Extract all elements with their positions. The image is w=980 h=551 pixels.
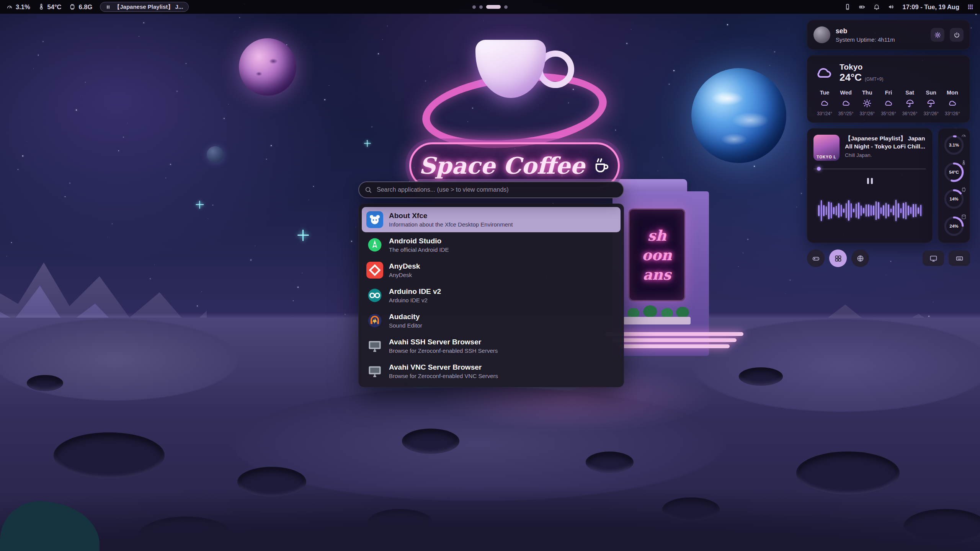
weather-timezone: (GMT+9) — [865, 77, 883, 82]
memory-indicator: 6.8G — [69, 3, 92, 11]
thermometer-icon — [38, 3, 45, 10]
monitor-icon — [366, 337, 383, 354]
launcher-item-android-studio[interactable]: Android StudioThe official Android IDE — [362, 232, 621, 258]
workspace-indicator[interactable] — [472, 0, 508, 14]
web-button[interactable] — [851, 249, 869, 267]
memory-value: 6.8G — [78, 3, 92, 11]
music-progress-slider[interactable] — [813, 167, 926, 171]
volume-icon[interactable] — [888, 3, 895, 10]
pause-icon — [106, 5, 111, 10]
controller-icon — [812, 254, 820, 262]
workspace-dot[interactable] — [479, 5, 483, 9]
cloud-icon — [884, 99, 893, 108]
phone-icon[interactable] — [844, 3, 851, 10]
coffee-cup-icon — [593, 157, 610, 174]
xfce-logo-icon — [366, 211, 383, 228]
neon-sign-text: Space Coffee — [419, 152, 585, 179]
weather-city: Tokyo — [840, 62, 883, 72]
arduino-icon — [366, 287, 383, 304]
apps-button[interactable] — [829, 249, 847, 267]
play-pause-button[interactable] — [863, 174, 876, 187]
shop-step — [612, 338, 737, 342]
shop-neon-window: sh oon ans — [629, 209, 685, 301]
launcher-item-subtitle: Arduino IDE v2 — [389, 297, 441, 303]
ram-chip-icon — [961, 187, 967, 192]
album-art: TOKYO L — [813, 135, 840, 161]
purple-planet — [239, 38, 296, 96]
progress-handle[interactable] — [817, 167, 821, 171]
launcher-item-title: Android Studio — [389, 237, 449, 245]
launcher-item-anydesk[interactable]: AnyDeskAnyDesk — [362, 258, 621, 283]
launcher-item-arduino[interactable]: Arduino IDE v2Arduino IDE v2 — [362, 283, 621, 308]
controller-button[interactable] — [807, 249, 825, 267]
cloud-icon — [820, 99, 829, 108]
weather-temperature: 24°C — [840, 72, 862, 83]
shop-step — [606, 332, 743, 336]
umbrella-icon — [905, 99, 915, 108]
app-launcher: About XfceInformation about the Xfce Des… — [358, 181, 624, 387]
launcher-item-avahi-vnc[interactable]: Avahi VNC Server BrowserBrowse for Zeroc… — [362, 359, 621, 384]
search-icon — [364, 186, 372, 194]
forecast-day: Tue 33°/24° — [815, 90, 834, 116]
neon-window-text: sh — [647, 227, 666, 244]
workspace-dot-active[interactable] — [486, 5, 501, 9]
workspace-dot[interactable] — [472, 5, 476, 9]
cpu-usage-value: 3.1% — [16, 3, 30, 11]
forecast-day: Wed 35°/25° — [836, 90, 856, 116]
neon-window-text: ans — [643, 266, 671, 283]
forecast-day: Fri 35°/26° — [879, 90, 898, 116]
screencast-button[interactable] — [923, 251, 944, 266]
top-panel: 3.1% 54°C 6.8G 【Japanese Playlist】 J... — [0, 0, 980, 14]
launcher-item-about-xfce[interactable]: About XfceInformation about the Xfce Des… — [362, 207, 621, 232]
weather-card: Tokyo 24°C (GMT+9) Tue 33°/24° Wed 35°/2… — [807, 55, 970, 123]
launcher-item-subtitle: Browse for Zeroconf-enabled SSH Servers — [389, 347, 498, 354]
forecast-day: Sat 36°/26° — [900, 90, 920, 116]
keyboard-icon — [956, 254, 964, 262]
launcher-item-subtitle: Sound Editor — [389, 322, 422, 329]
power-button[interactable] — [950, 28, 964, 42]
username: seb — [836, 27, 925, 35]
workspace-dot[interactable] — [504, 5, 508, 9]
temperature-gauge: 54°C — [943, 161, 965, 183]
clock[interactable]: 17:09 - Tue, 19 Aug — [902, 3, 959, 11]
star-sparkle — [199, 201, 200, 209]
system-uptime: System Uptime: 4h11m — [836, 36, 925, 43]
foreground-shade — [0, 444, 980, 551]
screencast-icon — [929, 254, 938, 262]
cpu-gauge: 3.1% — [943, 134, 965, 156]
keyboard-button[interactable] — [949, 251, 970, 266]
widget-sidebar: seb System Uptime: 4h11m Tokyo 24°C (GMT… — [807, 20, 970, 268]
speedometer-icon — [6, 3, 13, 10]
battery-icon[interactable] — [859, 3, 866, 10]
disk-gauge: 24% — [943, 215, 965, 237]
earth-planet — [691, 68, 786, 163]
system-gauges-card: 3.1% 54°C 14% 24% — [938, 128, 970, 243]
launcher-item-title: Arduino IDE v2 — [389, 287, 441, 296]
anydesk-icon — [366, 262, 383, 279]
album-art-label: TOKYO L — [813, 155, 840, 159]
desktop: sh oon ans Space Coffee 3.1% 54°C — [0, 0, 980, 551]
settings-button[interactable] — [931, 28, 944, 42]
memory-gauge: 14% — [943, 188, 965, 210]
launcher-item-title: AnyDesk — [389, 262, 420, 271]
bell-icon[interactable] — [873, 3, 880, 10]
user-card: seb System Uptime: 4h11m — [807, 20, 970, 50]
disk-icon — [961, 214, 967, 220]
cpu-usage-indicator: 3.1% — [6, 3, 30, 11]
launcher-item-audacity[interactable]: AudacitySound Editor — [362, 308, 621, 333]
star-sparkle — [302, 230, 304, 241]
launcher-item-subtitle: Browse for Zeroconf-enabled VNC Servers — [389, 373, 498, 379]
forecast-day: Mon 33°/26° — [943, 90, 962, 116]
media-player-pill[interactable]: 【Japanese Playlist】 J... — [100, 2, 189, 12]
temperature-indicator: 54°C — [38, 3, 62, 11]
speedometer-icon — [961, 133, 967, 139]
power-icon — [953, 31, 960, 39]
media-pill-label: 【Japanese Playlist】 J... — [114, 3, 183, 11]
launcher-item-title: Avahi SSH Server Browser — [389, 338, 498, 346]
launcher-item-title: Avahi VNC Server Browser — [389, 363, 498, 372]
forecast-day: Thu 33°/26° — [858, 90, 877, 116]
apps-grid-icon[interactable] — [967, 3, 974, 10]
gear-icon — [934, 31, 941, 39]
launcher-item-avahi-ssh[interactable]: Avahi SSH Server BrowserBrowse for Zeroc… — [362, 333, 621, 359]
search-input[interactable] — [358, 181, 624, 198]
